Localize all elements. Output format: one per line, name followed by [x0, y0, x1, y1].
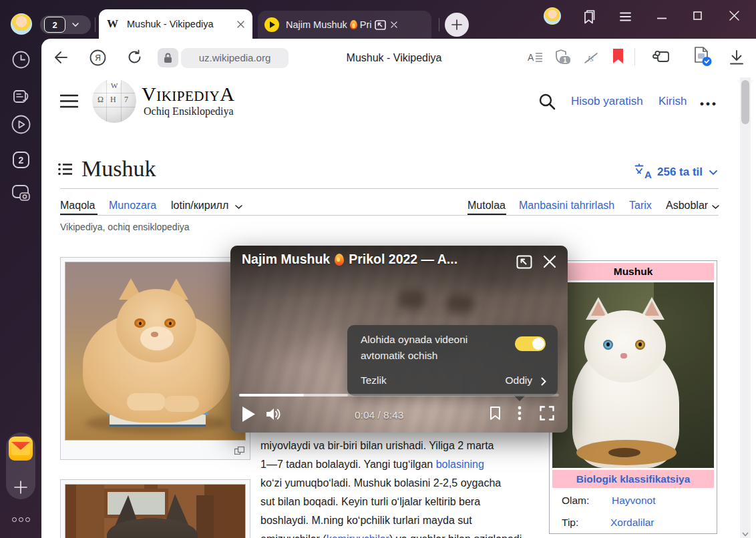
- speed-label[interactable]: Tezlik: [361, 374, 387, 386]
- scrollbar[interactable]: [740, 77, 751, 538]
- pip-close-icon[interactable]: [543, 255, 556, 268]
- tab-counter-button[interactable]: 2: [40, 15, 91, 34]
- video-title: Najim MushukPrikol 2022 — A...: [242, 252, 457, 267]
- tabby-cat-image[interactable]: [65, 484, 246, 538]
- more-apps-icon[interactable]: [11, 513, 31, 525]
- login-link[interactable]: Kirish: [658, 95, 687, 108]
- kitten-image[interactable]: [552, 282, 714, 468]
- articles-icon[interactable]: [12, 87, 30, 105]
- close-tab-icon[interactable]: [237, 21, 244, 28]
- tabs-divider: [60, 215, 719, 216]
- cat-on-book-image[interactable]: [65, 262, 246, 441]
- toolbar-page-title: Mushuk - Vikipediya: [294, 52, 494, 64]
- lock-icon: [164, 53, 172, 63]
- thumbnail-frame: [60, 479, 250, 538]
- more-options-icon[interactable]: •••: [700, 97, 718, 111]
- language-count[interactable]: 256 ta til: [657, 166, 703, 179]
- autopip-label-line1: Alohida oynada videoni: [361, 334, 467, 346]
- more-options-kebab-icon[interactable]: [518, 406, 522, 421]
- script-switcher[interactable]: lotin/кирилл: [171, 200, 228, 212]
- search-icon[interactable]: [538, 93, 556, 110]
- back-icon[interactable]: [53, 50, 68, 65]
- tab-article[interactable]: Maqola: [60, 200, 95, 212]
- chevron-down-icon[interactable]: [235, 205, 242, 209]
- history-icon[interactable]: [12, 51, 30, 69]
- volume-icon[interactable]: [266, 408, 282, 421]
- enlarge-icon[interactable]: [234, 447, 244, 455]
- autopip-toggle[interactable]: [515, 336, 546, 351]
- wiki-menu-icon[interactable]: [60, 94, 78, 108]
- play-icon[interactable]: [242, 407, 255, 422]
- language-icon[interactable]: A: [634, 164, 652, 180]
- profile-avatar[interactable]: [11, 13, 32, 35]
- pip-indicator-icon[interactable]: [375, 20, 386, 30]
- infobox-row-value[interactable]: Hayvonot: [612, 495, 655, 507]
- fullscreen-icon[interactable]: [540, 406, 554, 421]
- menu-icon[interactable]: [620, 12, 631, 21]
- infobox: Mushuk Biologik klassifikatsiya Olam: Ha…: [549, 260, 717, 534]
- chevron-down-icon[interactable]: [709, 170, 717, 175]
- yandex-services-icon[interactable]: Я: [89, 49, 106, 66]
- screenshot-icon[interactable]: [11, 184, 31, 203]
- tabs-panel-icon[interactable]: 2: [12, 151, 30, 169]
- wiki-wordmark[interactable]: VikipediyA: [142, 83, 234, 105]
- translate-page-icon[interactable]: [692, 46, 713, 67]
- javascript-off-icon[interactable]: Js: [584, 52, 600, 64]
- video-progress-bar[interactable]: [239, 394, 559, 396]
- svg-text:A: A: [644, 169, 652, 180]
- scrollbar-thumb[interactable]: [741, 80, 749, 124]
- site-security-button[interactable]: [158, 48, 178, 67]
- scroll-down-icon[interactable]: [742, 532, 749, 537]
- pip-video-player[interactable]: Najim MushukPrikol 2022 — A... Alohida o…: [230, 246, 568, 433]
- bookmarks-icon[interactable]: [582, 9, 595, 25]
- passwords-icon[interactable]: [652, 48, 671, 66]
- add-app-icon[interactable]: [14, 481, 27, 494]
- infobox-section-title[interactable]: Biologik klassifikatsiya: [552, 470, 714, 488]
- tab-wikipedia[interactable]: W Mushuk - Vikipediya: [99, 9, 252, 39]
- reader-mode-icon[interactable]: A: [528, 51, 543, 64]
- close-tab-icon[interactable]: [391, 21, 397, 28]
- wikipedia-favicon: W: [107, 17, 118, 31]
- tab-read[interactable]: Mutolaa: [467, 200, 506, 212]
- chevron-down-icon: [72, 23, 79, 27]
- tab-history[interactable]: Tarix: [629, 200, 652, 212]
- pip-settings-popup: Alohida oynada videoni avtomatik ochish …: [347, 325, 558, 396]
- maximize-icon[interactable]: [693, 11, 702, 20]
- minimize-icon[interactable]: [657, 17, 667, 19]
- tab-talk[interactable]: Munozara: [109, 200, 156, 212]
- toc-icon[interactable]: [58, 163, 73, 176]
- body-line: koʻzi yumuqboʻladi. Mushuk bolasini 2-2,…: [260, 477, 501, 490]
- article-subtitle: Vikipediya, ochiq ensiklopediya: [60, 222, 190, 232]
- pip-restore-icon[interactable]: [516, 255, 532, 269]
- play-favicon: [264, 17, 279, 32]
- url-text: uz.wikipedia.org: [199, 52, 271, 63]
- tab-edit-source[interactable]: Manbasini tahrirlash: [519, 200, 614, 212]
- video-icon[interactable]: [11, 115, 31, 134]
- tab-video[interactable]: Najim MushukPri: [258, 11, 431, 39]
- download-icon[interactable]: [729, 49, 744, 65]
- create-account-link[interactable]: Hisob yaratish: [571, 95, 643, 108]
- mail-app-icon[interactable]: [9, 437, 33, 461]
- bookmark-video-icon[interactable]: [490, 406, 501, 421]
- body-line: miyovlaydi va bir-biri bilan urishadi. Y…: [260, 439, 494, 453]
- new-tab-button[interactable]: [445, 13, 469, 37]
- played-segment: [239, 394, 304, 396]
- close-window-icon[interactable]: [729, 11, 739, 21]
- sync-avatar[interactable]: [544, 7, 561, 25]
- infobox-row-value[interactable]: Xordalilar: [610, 517, 654, 529]
- body-line: boshlaydi. M.ning koʻpchilik turlari may…: [260, 514, 472, 527]
- article-title: Mushuk: [81, 156, 156, 182]
- tools-menu[interactable]: Asboblar: [666, 200, 708, 212]
- tab-counter-badge: 2: [44, 17, 65, 33]
- url-field[interactable]: uz.wikipedia.org: [181, 48, 289, 68]
- reload-icon[interactable]: [127, 49, 142, 65]
- wiki-tagline: Ochiq Ensiklopediya: [144, 105, 234, 117]
- wikipedia-globe-logo[interactable]: Ω H 7 W: [92, 79, 136, 123]
- body-link[interactable]: bolasining: [436, 459, 484, 470]
- chevron-down-icon[interactable]: [712, 205, 719, 209]
- bookmark-added-icon[interactable]: [612, 49, 624, 64]
- infobox-row-label: Olam:: [562, 495, 589, 507]
- speed-value[interactable]: Oddiy: [506, 374, 533, 386]
- ad-blocker-shield-icon[interactable]: 1: [554, 49, 572, 67]
- body-link[interactable]: kemiruvchilar: [327, 533, 389, 538]
